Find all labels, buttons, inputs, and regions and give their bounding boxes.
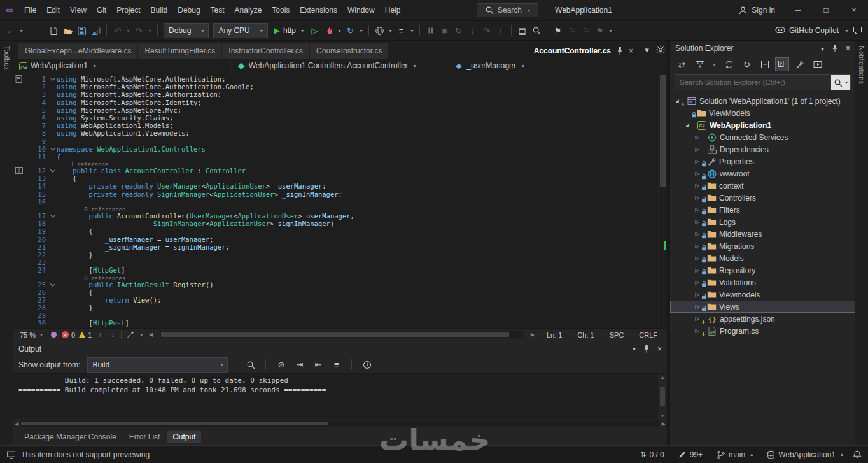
pin-icon[interactable] bbox=[642, 345, 651, 353]
code-line[interactable]: 27 return View(); bbox=[13, 296, 658, 304]
code-line[interactable]: 14 private readonly UserManager<Applicat… bbox=[13, 182, 658, 190]
tree-item-views[interactable]: ▷Views bbox=[670, 301, 855, 313]
code-line[interactable]: 15 private readonly SignInManager<Applic… bbox=[13, 190, 658, 198]
menu-analyze[interactable]: Analyze bbox=[230, 0, 267, 20]
unwrap-icon[interactable]: ⇤ bbox=[311, 357, 325, 373]
tree-item-wwwroot[interactable]: ▷wwwroot bbox=[670, 167, 855, 180]
git-sync-status[interactable]: ⇅ 0 / 0 bbox=[636, 450, 669, 459]
editor-tab-resulttimingfilter-cs[interactable]: ResultTimingFilter.cs bbox=[138, 43, 221, 59]
feedback-icon[interactable] bbox=[851, 23, 864, 38]
code-line[interactable]: 18 SignInManager<ApplicationUser> signIn… bbox=[13, 220, 658, 227]
copilot-caret-icon[interactable]: ▾ bbox=[843, 23, 850, 38]
code-line[interactable]: 3using Microsoft.AspNetCore.Authorizatio… bbox=[13, 90, 658, 98]
output-horizontal-scrollbar[interactable]: ◀ ▶ bbox=[13, 419, 667, 428]
open-folder-icon[interactable] bbox=[61, 23, 74, 38]
scroll-up-icon[interactable]: ▲ bbox=[661, 375, 665, 380]
menu-extensions[interactable]: Extensions bbox=[295, 0, 342, 20]
notifications-tab[interactable]: Notifications bbox=[858, 41, 865, 89]
tree-item-validations[interactable]: ▷Validations bbox=[670, 276, 855, 288]
breadcrumb-member[interactable]: _userManager ▾ bbox=[449, 59, 667, 73]
redo-caret-icon[interactable]: ▾ bbox=[146, 23, 153, 38]
git-changes[interactable]: 99+ bbox=[674, 450, 707, 459]
editor-tab-accountcontroller-cs[interactable]: AccountController.cs× bbox=[528, 43, 640, 59]
output-source-select[interactable]: Build ▾ bbox=[87, 357, 228, 373]
tree-expander-icon[interactable]: ▷ bbox=[693, 328, 701, 334]
scroll-right-icon[interactable]: ▶ bbox=[662, 421, 666, 427]
bookmarks-caret-icon[interactable]: ▾ bbox=[607, 23, 614, 38]
properties-icon[interactable] bbox=[793, 57, 806, 72]
tree-item-viewmodels[interactable]: ▷Viewmodels bbox=[670, 288, 855, 301]
scroll-left-icon[interactable]: ◀ bbox=[15, 421, 18, 427]
tree-expander-icon[interactable]: ▷ bbox=[693, 304, 701, 310]
hot-reload-icon[interactable] bbox=[322, 23, 335, 38]
editor-tab-globalexcepti-emiddleware-cs[interactable]: GlobalExcepti...eMiddleware.cs bbox=[18, 43, 137, 59]
tab-list-chevron-icon[interactable]: ▾ bbox=[640, 42, 654, 57]
script-list-caret-icon[interactable]: ▾ bbox=[409, 23, 416, 38]
menu-window[interactable]: Window bbox=[342, 0, 380, 20]
tree-expander-icon[interactable]: ▷ bbox=[693, 280, 701, 285]
tree-item-appsettings-json[interactable]: ▷{}+appsettings.json bbox=[670, 313, 855, 325]
fold-chevron-icon[interactable] bbox=[50, 75, 55, 80]
platform-select[interactable]: Any CPU▾ bbox=[213, 23, 267, 38]
fold-chevron-icon[interactable] bbox=[50, 281, 55, 286]
code-line[interactable]: 21 _signInManager = signInManager; bbox=[13, 243, 658, 251]
tree-item-middlewares[interactable]: ▷Middlewares bbox=[670, 228, 855, 240]
menu-project[interactable]: Project bbox=[111, 0, 145, 20]
redo-icon[interactable]: ↷ bbox=[132, 23, 146, 38]
error-count[interactable]: × 0 bbox=[62, 331, 75, 339]
menu-git[interactable]: Git bbox=[92, 0, 111, 20]
break-all-icon[interactable] bbox=[424, 23, 437, 38]
script-list-icon[interactable]: ≡ bbox=[395, 23, 408, 38]
window-position-chevron-icon[interactable]: ▾ bbox=[821, 45, 824, 52]
codelens-row[interactable]: 0 references bbox=[13, 274, 658, 281]
restart-app-icon[interactable]: ↻ bbox=[344, 23, 357, 38]
warning-count[interactable]: 1 bbox=[79, 331, 92, 339]
code-line[interactable]: 4using Microsoft.AspNetCore.Identity; bbox=[13, 99, 658, 106]
codelens-row[interactable]: 1 reference bbox=[13, 160, 658, 167]
tree-item-solution-webapplication1-1-of-1-project[interactable]: ◢+Solution 'WebApplication1' (1 of 1 pro… bbox=[670, 95, 855, 107]
code-line[interactable]: 12 public class AccountController : Cont… bbox=[13, 167, 658, 175]
tree-expander-icon[interactable]: ▷ bbox=[693, 195, 701, 201]
nav-forward-icon[interactable]: → bbox=[25, 23, 39, 38]
prev-bookmark-icon[interactable]: ⚐ bbox=[565, 23, 578, 38]
scrollbar-thumb[interactable] bbox=[21, 422, 328, 425]
pin-icon[interactable] bbox=[830, 44, 839, 53]
global-search-button[interactable]: Search ▾ bbox=[477, 3, 538, 17]
step-into-icon[interactable]: ↓ bbox=[466, 23, 479, 38]
code-line[interactable]: 26 { bbox=[13, 288, 658, 296]
code-cleanup-icon[interactable] bbox=[125, 331, 134, 339]
tree-item-repository[interactable]: ▷Repository bbox=[670, 264, 855, 276]
pin-icon[interactable] bbox=[615, 46, 624, 55]
tree-item-migrations[interactable]: ▷Migrations bbox=[670, 240, 855, 252]
code-line[interactable]: 22 } bbox=[13, 251, 658, 259]
notifications-bell-icon[interactable] bbox=[853, 450, 862, 459]
code-line[interactable]: 7using WebApplication1.Models; bbox=[13, 122, 658, 129]
codelens-row[interactable]: 0 references bbox=[13, 206, 658, 212]
tree-item-connected-services[interactable]: ▷Connected Services bbox=[670, 131, 855, 143]
menu-view[interactable]: View bbox=[65, 0, 92, 20]
close-tab-icon[interactable]: × bbox=[629, 46, 633, 55]
sync-with-active-document-icon[interactable] bbox=[722, 57, 736, 72]
menu-edit[interactable]: Edit bbox=[41, 0, 65, 20]
tree-item-controllers[interactable]: ▷Controllers bbox=[670, 192, 855, 204]
sign-in-button[interactable]: Sign in bbox=[738, 6, 775, 15]
tree-item-filters[interactable]: ▷Filters bbox=[670, 204, 855, 216]
clear-bookmarks-icon[interactable]: ⚑ bbox=[593, 23, 606, 38]
code-line[interactable]: 5using Microsoft.AspNetCore.Mvc; bbox=[13, 106, 658, 114]
code-line[interactable]: 24 [HttpGet] bbox=[13, 266, 658, 274]
code-line[interactable]: 30 [HttpPost] bbox=[13, 319, 658, 327]
step-out-icon[interactable]: ↑ bbox=[494, 23, 507, 38]
code-line[interactable]: 11{ bbox=[13, 153, 658, 160]
menu-build[interactable]: Build bbox=[146, 0, 173, 20]
scrollbar-thumb[interactable] bbox=[660, 387, 665, 406]
show-all-files-icon[interactable] bbox=[776, 58, 788, 71]
nav-back-caret-icon[interactable]: ▾ bbox=[18, 23, 25, 38]
editor-vertical-scrollbar[interactable] bbox=[658, 73, 667, 328]
editor-tab-courseinstructor-cs[interactable]: CourseInstructor.cs bbox=[310, 43, 388, 59]
code-line[interactable]: 25 public IActionResult Register() bbox=[13, 281, 658, 288]
clear-all-icon[interactable]: ⊘ bbox=[274, 357, 288, 373]
configuration-select[interactable]: Debug▾ bbox=[164, 23, 209, 38]
breadcrumb-type[interactable]: WebApplication1.Controllers.AccountContr… bbox=[232, 59, 450, 73]
toolbox-tab[interactable]: Toolbox bbox=[3, 41, 11, 75]
undo-icon[interactable]: ↶ bbox=[111, 23, 124, 38]
